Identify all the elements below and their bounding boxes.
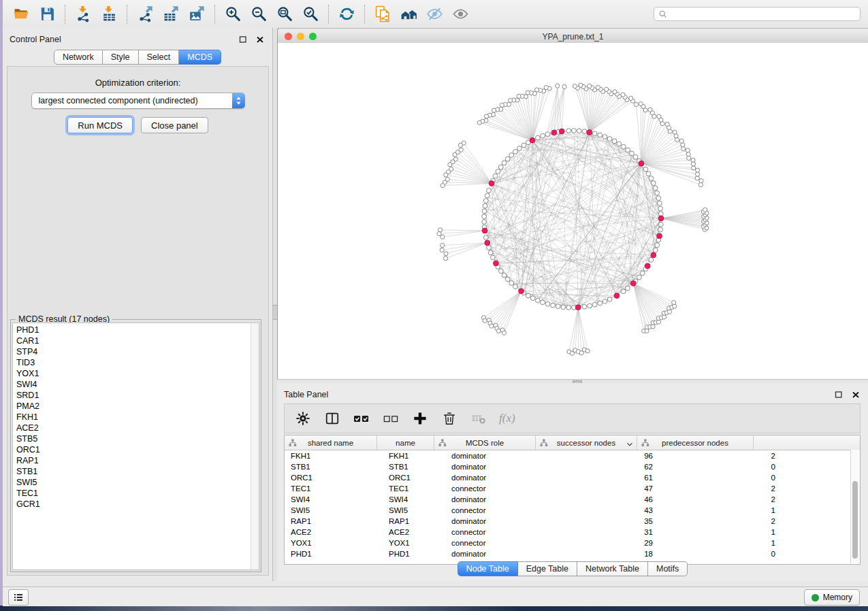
window-minimize-button[interactable] bbox=[297, 33, 304, 40]
tab-edge-table[interactable]: Edge Table bbox=[518, 561, 577, 576]
cell-name[interactable]: ACE2 bbox=[383, 527, 445, 538]
close-panel-icon[interactable] bbox=[255, 35, 264, 44]
cell-shared-name[interactable]: ACE2 bbox=[285, 527, 383, 538]
cell-mcds-role[interactable]: dominator bbox=[445, 494, 552, 505]
mcds-result-item[interactable]: PMA2 bbox=[13, 401, 259, 412]
delete-columns-button[interactable] bbox=[440, 410, 458, 427]
cell-mcds-role[interactable]: dominator bbox=[445, 548, 552, 559]
column-header-predecessor-nodes[interactable]: predecessor nodes bbox=[637, 435, 754, 450]
column-header-name[interactable]: name bbox=[377, 435, 434, 450]
mcds-result-item[interactable]: STB5 bbox=[13, 433, 259, 444]
cell-mcds-role[interactable]: connector bbox=[445, 483, 552, 494]
cell-predecessor-nodes[interactable]: 2 bbox=[660, 450, 782, 461]
cell-mcds-role[interactable]: dominator bbox=[445, 461, 552, 472]
cell-shared-name[interactable]: PHD1 bbox=[285, 548, 383, 559]
cell-shared-name[interactable]: SWI4 bbox=[285, 494, 383, 505]
mcds-result-item[interactable]: YOX1 bbox=[13, 368, 259, 379]
mcds-result-item[interactable]: CAR1 bbox=[13, 335, 259, 346]
task-history-button[interactable] bbox=[8, 589, 29, 606]
table-row[interactable]: STB1STB1dominator620 bbox=[285, 461, 860, 472]
float-table-panel-icon[interactable] bbox=[834, 391, 843, 399]
settings-gear-button[interactable] bbox=[294, 410, 312, 427]
cell-successor-nodes[interactable]: 35 bbox=[552, 516, 660, 527]
mcds-result-item[interactable]: ACE2 bbox=[13, 423, 259, 433]
hide-selected-button[interactable] bbox=[421, 3, 447, 25]
tab-motifs[interactable]: Motifs bbox=[648, 561, 688, 576]
cell-predecessor-nodes[interactable]: 1 bbox=[660, 538, 782, 548]
mcds-result-item[interactable]: STP4 bbox=[13, 346, 259, 357]
cell-shared-name[interactable]: TEC1 bbox=[285, 483, 383, 494]
cell-predecessor-nodes[interactable]: 0 bbox=[660, 548, 782, 559]
zoom-fit-button[interactable] bbox=[272, 3, 298, 25]
table-scrollbar[interactable] bbox=[850, 450, 860, 564]
close-table-panel-icon[interactable] bbox=[851, 391, 860, 399]
memory-button[interactable]: Memory bbox=[804, 589, 860, 606]
table-row[interactable]: ORC1ORC1dominator610 bbox=[285, 472, 860, 483]
table-row[interactable]: FKH1FKH1dominator962 bbox=[285, 450, 860, 461]
deselect-all-checkboxes-button[interactable] bbox=[382, 410, 400, 427]
duplicate-network-button[interactable] bbox=[370, 3, 396, 25]
chevron-down-icon[interactable] bbox=[626, 440, 633, 446]
tab-network[interactable]: Network bbox=[54, 50, 103, 65]
network-canvas[interactable] bbox=[277, 43, 868, 379]
add-column-button[interactable] bbox=[411, 410, 429, 427]
cell-name[interactable]: ORC1 bbox=[383, 472, 445, 483]
mcds-result-item[interactable]: SWI5 bbox=[13, 477, 259, 488]
cell-name[interactable]: TEC1 bbox=[383, 483, 445, 494]
mcds-result-item[interactable]: TEC1 bbox=[13, 488, 259, 499]
mcds-result-item[interactable]: STB1 bbox=[13, 466, 259, 477]
show-all-button[interactable] bbox=[447, 3, 473, 25]
cell-predecessor-nodes[interactable]: 2 bbox=[660, 494, 782, 505]
cell-shared-name[interactable]: ORC1 bbox=[285, 472, 383, 483]
tab-style[interactable]: Style bbox=[103, 50, 139, 65]
search-box[interactable] bbox=[654, 7, 861, 21]
import-network-button[interactable] bbox=[70, 3, 96, 25]
cell-shared-name[interactable]: SWI5 bbox=[285, 505, 383, 516]
cell-mcds-role[interactable]: dominator bbox=[445, 472, 552, 483]
cell-mcds-role[interactable]: connector bbox=[445, 538, 552, 548]
tab-node-table[interactable]: Node Table bbox=[457, 561, 518, 576]
table-row[interactable]: RAP1RAP1dominator352 bbox=[285, 516, 860, 527]
mcds-result-item[interactable]: SWI4 bbox=[13, 379, 259, 390]
save-session-button[interactable] bbox=[34, 3, 60, 25]
cell-name[interactable]: SWI4 bbox=[383, 494, 445, 505]
cell-mcds-role[interactable]: connector bbox=[445, 505, 552, 516]
zoom-selected-button[interactable] bbox=[298, 3, 323, 25]
cell-mcds-role[interactable]: connector bbox=[445, 527, 552, 538]
column-header-mcds-role[interactable]: MCDS role bbox=[434, 435, 536, 450]
close-panel-button[interactable]: Close panel bbox=[141, 117, 208, 133]
column-header-successor-nodes[interactable]: successor nodes bbox=[536, 435, 637, 450]
mcds-result-item[interactable]: PHD1 bbox=[13, 323, 259, 335]
cell-successor-nodes[interactable]: 29 bbox=[552, 538, 660, 548]
cell-name[interactable]: YOX1 bbox=[383, 538, 445, 548]
float-panel-icon[interactable] bbox=[238, 35, 247, 44]
search-input[interactable] bbox=[671, 9, 856, 20]
cell-shared-name[interactable]: FKH1 bbox=[285, 450, 383, 461]
cell-shared-name[interactable]: RAP1 bbox=[285, 516, 383, 527]
table-row[interactable]: TEC1TEC1connector472 bbox=[285, 483, 860, 494]
first-neighbors-button[interactable] bbox=[396, 3, 421, 25]
export-table-button[interactable] bbox=[158, 3, 184, 25]
cell-mcds-role[interactable]: dominator bbox=[445, 450, 552, 461]
cell-successor-nodes[interactable]: 43 bbox=[552, 505, 660, 516]
tab-mcds[interactable]: MCDS bbox=[179, 50, 221, 65]
cell-successor-nodes[interactable]: 61 bbox=[552, 472, 660, 483]
cell-predecessor-nodes[interactable]: 0 bbox=[660, 472, 782, 483]
cell-mcds-role[interactable]: dominator bbox=[445, 516, 552, 527]
cell-name[interactable]: STB1 bbox=[383, 461, 445, 472]
table-row[interactable]: SWI5SWI5connector431 bbox=[285, 505, 860, 516]
cell-shared-name[interactable]: YOX1 bbox=[285, 538, 383, 548]
export-network-button[interactable] bbox=[132, 3, 158, 25]
cell-successor-nodes[interactable]: 31 bbox=[552, 527, 660, 538]
export-image-button[interactable] bbox=[184, 3, 210, 25]
zoom-out-button[interactable] bbox=[246, 3, 272, 25]
window-close-button[interactable] bbox=[285, 33, 292, 40]
result-list-scrollbar[interactable] bbox=[251, 323, 259, 569]
cell-successor-nodes[interactable]: 62 bbox=[552, 461, 660, 472]
cell-predecessor-nodes[interactable]: 0 bbox=[660, 461, 782, 472]
mcds-result-item[interactable]: SRD1 bbox=[13, 390, 259, 401]
cell-name[interactable]: PHD1 bbox=[383, 548, 445, 559]
network-graph[interactable] bbox=[278, 43, 868, 379]
cell-successor-nodes[interactable]: 18 bbox=[552, 548, 660, 559]
open-file-button[interactable] bbox=[8, 3, 34, 25]
